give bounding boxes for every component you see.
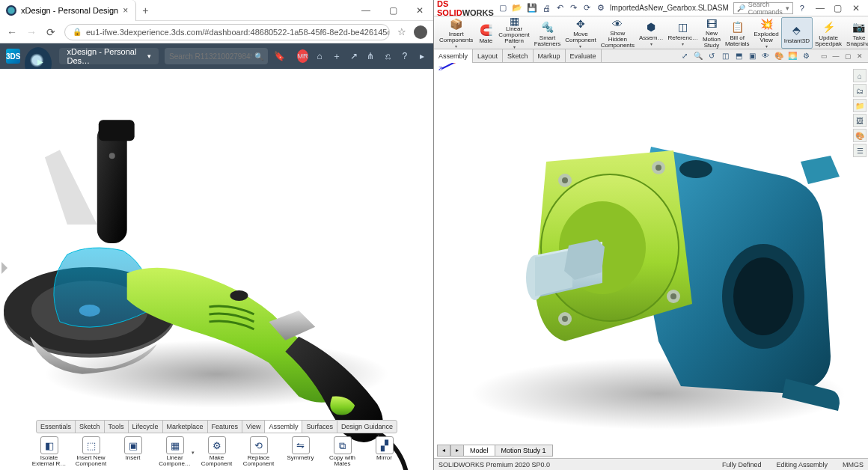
- cmd-smart-fasteners[interactable]: 🔩Smart Fasteners: [532, 17, 563, 49]
- notification-badge[interactable]: MR: [297, 49, 308, 63]
- scene-icon[interactable]: 🌅: [787, 51, 798, 61]
- cmd-linear-pattern[interactable]: ▦Linear Component Pattern▾: [496, 17, 531, 49]
- tab-lifecycle[interactable]: Lifecycle: [129, 421, 163, 433]
- cmd-reference[interactable]: ◫Referenc…▾: [665, 17, 700, 49]
- new-tab-button[interactable]: +: [136, 4, 154, 16]
- tab-view[interactable]: View: [242, 421, 265, 433]
- cmd-exploded-view[interactable]: 💥Exploded View▾: [751, 17, 780, 49]
- question-icon[interactable]: ?: [400, 49, 411, 63]
- ctx-tab-assembly[interactable]: Assembly: [434, 49, 473, 63]
- ctx-tab-markup[interactable]: Markup: [534, 49, 566, 63]
- address-bar[interactable]: 🔒 eu1-ifwe.3dexperience.3ds.com/#dashboa…: [64, 24, 390, 40]
- cmd-mate[interactable]: 🧲Mate: [475, 17, 496, 49]
- tool-linear-pattern[interactable]: ▦▾Linear Compone…: [156, 436, 194, 467]
- qat-new-icon[interactable]: ▢: [498, 2, 507, 14]
- svg-rect-6: [97, 123, 127, 243]
- qat-open-icon[interactable]: 📂: [512, 2, 522, 14]
- tab-assembly[interactable]: Assembly: [265, 421, 302, 433]
- display-style-icon[interactable]: ▣: [747, 51, 757, 61]
- platform-logo-icon[interactable]: 3DS: [6, 49, 20, 64]
- maximize-button[interactable]: ▢: [379, 0, 406, 21]
- branch-icon[interactable]: ⎌: [382, 49, 394, 63]
- reload-button[interactable]: ⟳: [45, 26, 57, 38]
- forward-button[interactable]: →: [25, 26, 37, 38]
- maximize-button[interactable]: ▢: [829, 0, 847, 16]
- browser-tab[interactable]: xDesign - Personal Design ×: [0, 0, 136, 21]
- cmd-move-component[interactable]: ✥Move Component▾: [563, 17, 598, 49]
- section-view-icon[interactable]: ◫: [720, 51, 730, 61]
- bookmark-button[interactable]: ☆: [397, 26, 406, 37]
- command-search[interactable]: 🔎 Search Commands ▾: [733, 2, 793, 14]
- doc-maximize-icon[interactable]: ▢: [843, 52, 853, 60]
- tool-make-component[interactable]: ⚙Make Component: [198, 436, 236, 467]
- cmd-bom[interactable]: 📋Bill of Materials: [723, 17, 751, 49]
- home-icon[interactable]: ⌂: [314, 49, 326, 63]
- minimize-button[interactable]: —: [811, 0, 829, 16]
- solidworks-viewport[interactable]: ⌂ 🗂 📁 🖼 🎨 ☰ Y X Z ◂ ▸ Model Motion Study…: [434, 63, 868, 470]
- cmd-update-speedpak[interactable]: ⚡Update Speedpak: [813, 17, 844, 49]
- tab-design-guidance[interactable]: Design Guidance: [337, 421, 397, 433]
- cmd-take-snapshot[interactable]: 📷Take Snapshot: [844, 17, 868, 49]
- doc-close-icon[interactable]: ✕: [855, 52, 865, 60]
- tool-insert[interactable]: ▣Insert: [114, 436, 152, 461]
- tool-symmetry[interactable]: ⇋Symmetry: [282, 436, 320, 461]
- qat-options-icon[interactable]: ⚙: [596, 2, 605, 14]
- orientation-triad[interactable]: Y X Z: [438, 63, 868, 440]
- close-button[interactable]: ✕: [847, 0, 865, 16]
- doc-minimize-icon[interactable]: —: [831, 52, 841, 60]
- zoom-area-icon[interactable]: 🔍: [693, 51, 703, 61]
- qat-print-icon[interactable]: 🖨: [542, 2, 551, 14]
- model-tab[interactable]: Model: [464, 445, 495, 457]
- ctx-tab-evaluate[interactable]: Evaluate: [566, 49, 602, 63]
- doc-restore-icon[interactable]: ▭: [819, 52, 829, 60]
- share-icon[interactable]: ↗: [348, 49, 359, 63]
- view-settings-icon[interactable]: ⚙: [801, 51, 811, 61]
- help-icon[interactable]: ?: [798, 2, 807, 14]
- tab-features[interactable]: Features: [208, 421, 243, 433]
- view-orient-icon[interactable]: ⬒: [733, 51, 744, 61]
- back-button[interactable]: ←: [6, 26, 18, 38]
- mirror-icon: ▞: [376, 436, 394, 454]
- search-input[interactable]: [169, 52, 251, 61]
- cmd-assembly-features[interactable]: ⬢Assem…▾: [637, 17, 665, 49]
- tab-marketplace[interactable]: Marketplace: [163, 421, 208, 433]
- prev-view-icon[interactable]: ↺: [706, 51, 717, 61]
- close-button[interactable]: ✕: [406, 0, 433, 21]
- cmd-motion-study[interactable]: 🎞New Motion Study: [700, 17, 723, 49]
- tool-insert-new[interactable]: ⬚Insert New Component: [73, 436, 110, 467]
- zoom-fit-icon[interactable]: ⤢: [679, 51, 690, 61]
- motion-study-tab[interactable]: Motion Study 1: [495, 445, 553, 457]
- flag-icon[interactable]: ▸: [416, 49, 427, 63]
- tab-sketch[interactable]: Sketch: [76, 421, 105, 433]
- nodes-icon[interactable]: ⋔: [365, 49, 376, 63]
- compass-dial-icon[interactable]: [25, 47, 52, 69]
- app-title-dropdown[interactable]: xDesign - Personal Des… ▾: [59, 48, 159, 64]
- ctx-tab-sketch[interactable]: Sketch: [503, 49, 534, 63]
- tab-surfaces[interactable]: Surfaces: [302, 421, 337, 433]
- next-sheet-button[interactable]: ▸: [450, 445, 464, 457]
- close-tab-icon[interactable]: ×: [123, 5, 128, 16]
- search-field[interactable]: 🔍: [165, 48, 268, 64]
- tool-replace-component[interactable]: ⟲Replace Component: [240, 436, 278, 467]
- minimize-button[interactable]: —: [352, 0, 379, 21]
- tool-isolate[interactable]: ◧Isolate External R…: [31, 436, 68, 467]
- cmd-show-hidden[interactable]: 👁Show Hidden Components: [599, 17, 637, 49]
- qat-undo-icon[interactable]: ↶: [555, 2, 564, 14]
- qat-redo-icon[interactable]: ↷: [569, 2, 578, 14]
- ctx-tab-layout[interactable]: Layout: [473, 49, 503, 63]
- prev-sheet-button[interactable]: ◂: [437, 445, 450, 457]
- appearance-icon[interactable]: 🎨: [774, 51, 784, 61]
- tool-copy-with-mates[interactable]: ⧉Copy with Mates: [324, 436, 361, 467]
- tab-essentials[interactable]: Essentials: [37, 421, 76, 433]
- hide-show-icon[interactable]: 👁: [760, 51, 771, 61]
- plus-icon[interactable]: ＋: [331, 49, 343, 63]
- tab-tools[interactable]: Tools: [105, 421, 129, 433]
- tool-mirror[interactable]: ▞Mirror: [366, 436, 403, 461]
- cmd-instant3d[interactable]: ⬘Instant3D: [781, 17, 813, 49]
- tag-icon[interactable]: 🔖: [274, 49, 285, 63]
- qat-save-icon[interactable]: 💾: [527, 2, 537, 14]
- cmd-insert-components[interactable]: 📦Insert Components▾: [437, 17, 475, 49]
- qat-rebuild-icon[interactable]: ⟳: [582, 2, 591, 14]
- xdesign-viewport[interactable]: Essentials Sketch Tools Lifecycle Market…: [0, 69, 433, 470]
- profile-avatar[interactable]: [414, 25, 427, 39]
